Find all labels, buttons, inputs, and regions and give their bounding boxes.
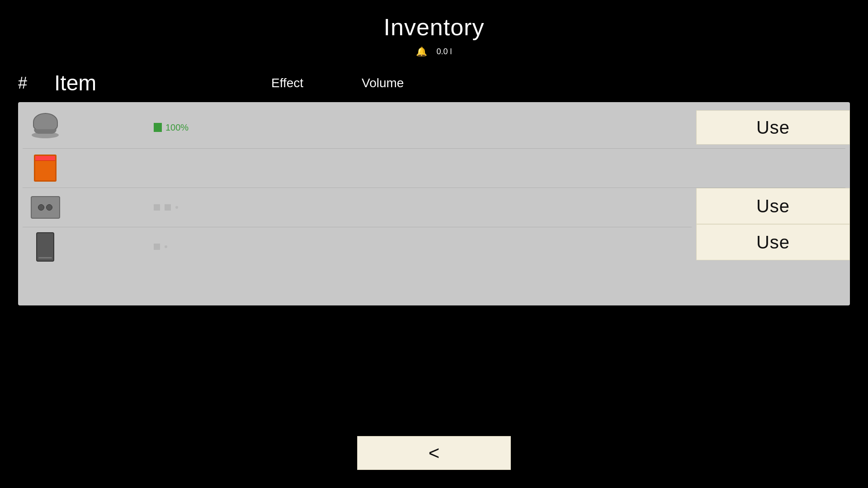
- bell-icon: 🔔: [416, 46, 427, 57]
- column-headers: # Item Effect Volume: [0, 57, 868, 102]
- row-left-3: [27, 192, 696, 223]
- table-row: 100% Use: [18, 107, 850, 148]
- item-icon-4: [27, 231, 63, 263]
- item-icon-1: [27, 112, 63, 143]
- use-button-1[interactable]: Use: [696, 110, 850, 145]
- small-bar-icon: [154, 204, 160, 211]
- row-right-2: [696, 152, 850, 184]
- row-left-2: [27, 152, 696, 184]
- header: Inventory 🔔 0.0 l: [0, 0, 868, 57]
- small-bar-icon: [165, 204, 171, 211]
- col-item: Item: [54, 70, 226, 95]
- item-icon-2: [27, 152, 63, 184]
- small-bar-icon: [154, 244, 160, 250]
- radio-circle-2: [46, 204, 52, 211]
- row-left-4: [27, 231, 696, 263]
- effect-bar-icon: [154, 123, 162, 132]
- row-right-1: Use: [696, 110, 850, 145]
- use-button-3[interactable]: Use: [696, 188, 850, 224]
- effect-bar-container: 100%: [154, 122, 189, 133]
- double-row-right: Use Use: [696, 188, 850, 266]
- row-left-1: 100%: [27, 112, 696, 143]
- col-effect: Effect: [271, 76, 362, 90]
- header-stats: 🔔 0.0 l: [0, 46, 868, 57]
- volume-value: 0.0 l: [436, 47, 452, 56]
- effect-percent: 100%: [165, 122, 189, 133]
- use-button-4[interactable]: Use: [696, 224, 850, 260]
- small-dot: [175, 206, 178, 209]
- row-effects-4: [63, 244, 696, 250]
- col-volume: Volume: [362, 76, 452, 90]
- page-title: Inventory: [0, 14, 868, 41]
- table-row: [18, 227, 696, 266]
- small-dot: [165, 245, 167, 248]
- double-row-section: Use Use: [18, 188, 850, 266]
- row-effects-1: 100%: [63, 122, 696, 133]
- table-row: [18, 149, 850, 188]
- radio-circle-1: [38, 204, 44, 211]
- back-button-area: <: [357, 436, 511, 470]
- col-hash: #: [18, 74, 54, 93]
- double-row-left: [18, 188, 696, 266]
- inventory-area: 100% Use: [18, 102, 850, 305]
- back-button[interactable]: <: [357, 436, 511, 470]
- row-effects-3: [63, 204, 696, 211]
- item-icon-3: [27, 192, 63, 223]
- table-row: [18, 188, 696, 227]
